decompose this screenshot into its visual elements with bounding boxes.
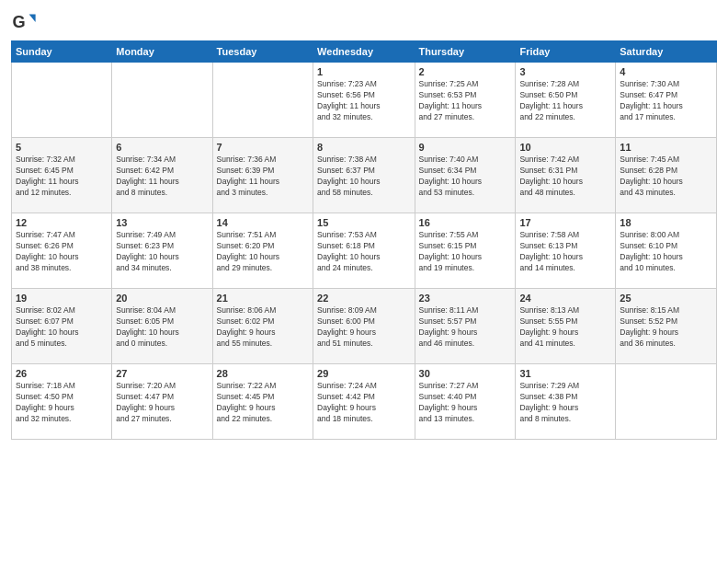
calendar-cell: 5Sunrise: 7:32 AM Sunset: 6:45 PM Daylig… [12,138,112,213]
day-number: 30 [419,368,512,379]
day-info: Sunrise: 8:02 AM Sunset: 6:07 PM Dayligh… [16,305,108,350]
calendar-cell: 14Sunrise: 7:51 AM Sunset: 6:20 PM Dayli… [212,213,313,289]
calendar-table: SundayMondayTuesdayWednesdayThursdayFrid… [11,40,717,440]
calendar-cell [112,63,212,138]
calendar-cell: 6Sunrise: 7:34 AM Sunset: 6:42 PM Daylig… [112,138,212,213]
day-number: 16 [419,217,512,228]
day-info: Sunrise: 7:30 AM Sunset: 6:47 PM Dayligh… [620,79,712,123]
day-number: 14 [217,217,309,228]
calendar-cell: 21Sunrise: 8:06 AM Sunset: 6:02 PM Dayli… [212,289,313,364]
day-number: 13 [116,217,208,228]
day-info: Sunrise: 7:58 AM Sunset: 6:13 PM Dayligh… [519,230,611,274]
day-number: 28 [217,368,309,379]
calendar-header-cell: Wednesday [313,41,415,63]
day-number: 22 [317,293,410,304]
day-info: Sunrise: 7:18 AM Sunset: 4:50 PM Dayligh… [16,381,108,425]
calendar-header-cell: Sunday [12,41,112,63]
day-number: 27 [116,368,208,379]
day-info: Sunrise: 7:22 AM Sunset: 4:45 PM Dayligh… [217,381,309,425]
day-number: 2 [419,66,512,77]
calendar-cell [212,63,313,138]
day-number: 17 [519,217,611,228]
day-number: 15 [317,217,410,228]
day-number: 26 [16,368,108,379]
day-info: Sunrise: 7:42 AM Sunset: 6:31 PM Dayligh… [519,155,611,199]
day-number: 7 [217,142,309,153]
day-number: 21 [217,293,309,304]
day-number: 1 [317,66,410,77]
calendar-cell: 15Sunrise: 7:53 AM Sunset: 6:18 PM Dayli… [313,213,415,289]
day-number: 10 [519,142,611,153]
calendar-cell: 22Sunrise: 8:09 AM Sunset: 6:00 PM Dayli… [313,289,415,364]
day-number: 9 [419,142,512,153]
svg-text:G: G [12,13,25,31]
header: G [11,9,717,35]
day-info: Sunrise: 7:55 AM Sunset: 6:15 PM Dayligh… [419,230,512,274]
calendar-cell: 18Sunrise: 8:00 AM Sunset: 6:10 PM Dayli… [616,213,717,289]
calendar-cell: 31Sunrise: 7:29 AM Sunset: 4:38 PM Dayli… [516,364,616,440]
page-container: G SundayMondayTuesdayWednesdayThursdayFr… [0,0,728,563]
day-info: Sunrise: 8:13 AM Sunset: 5:55 PM Dayligh… [519,305,611,350]
calendar-cell [616,364,717,440]
calendar-cell: 2Sunrise: 7:25 AM Sunset: 6:53 PM Daylig… [415,63,516,138]
calendar-cell: 29Sunrise: 7:24 AM Sunset: 4:42 PM Dayli… [313,364,415,440]
calendar-week-row: 12Sunrise: 7:47 AM Sunset: 6:26 PM Dayli… [12,213,717,289]
day-number: 6 [116,142,208,153]
day-number: 24 [519,293,611,304]
calendar-cell: 11Sunrise: 7:45 AM Sunset: 6:28 PM Dayli… [616,138,717,213]
day-info: Sunrise: 8:00 AM Sunset: 6:10 PM Dayligh… [620,230,712,274]
svg-marker-1 [29,15,36,22]
day-number: 23 [419,293,512,304]
calendar-cell: 26Sunrise: 7:18 AM Sunset: 4:50 PM Dayli… [12,364,112,440]
calendar-cell: 20Sunrise: 8:04 AM Sunset: 6:05 PM Dayli… [112,289,212,364]
day-info: Sunrise: 7:40 AM Sunset: 6:34 PM Dayligh… [419,155,512,199]
day-info: Sunrise: 8:15 AM Sunset: 5:52 PM Dayligh… [620,305,712,350]
logo: G [11,9,40,35]
calendar-cell: 4Sunrise: 7:30 AM Sunset: 6:47 PM Daylig… [616,63,717,138]
calendar-cell: 12Sunrise: 7:47 AM Sunset: 6:26 PM Dayli… [12,213,112,289]
day-info: Sunrise: 7:45 AM Sunset: 6:28 PM Dayligh… [620,155,712,199]
calendar-cell: 24Sunrise: 8:13 AM Sunset: 5:55 PM Dayli… [516,289,616,364]
calendar-cell: 19Sunrise: 8:02 AM Sunset: 6:07 PM Dayli… [12,289,112,364]
day-info: Sunrise: 7:38 AM Sunset: 6:37 PM Dayligh… [317,155,410,199]
calendar-cell: 23Sunrise: 8:11 AM Sunset: 5:57 PM Dayli… [415,289,516,364]
day-info: Sunrise: 7:25 AM Sunset: 6:53 PM Dayligh… [419,79,512,123]
day-info: Sunrise: 7:23 AM Sunset: 6:56 PM Dayligh… [317,79,410,123]
day-number: 31 [519,368,611,379]
calendar-week-row: 26Sunrise: 7:18 AM Sunset: 4:50 PM Dayli… [12,364,717,440]
day-info: Sunrise: 8:11 AM Sunset: 5:57 PM Dayligh… [419,305,512,350]
day-info: Sunrise: 7:51 AM Sunset: 6:20 PM Dayligh… [217,230,309,274]
calendar-cell: 9Sunrise: 7:40 AM Sunset: 6:34 PM Daylig… [415,138,516,213]
calendar-cell: 3Sunrise: 7:28 AM Sunset: 6:50 PM Daylig… [516,63,616,138]
calendar-cell [12,63,112,138]
calendar-cell: 17Sunrise: 7:58 AM Sunset: 6:13 PM Dayli… [516,213,616,289]
day-info: Sunrise: 7:27 AM Sunset: 4:40 PM Dayligh… [419,381,512,425]
calendar-header-cell: Friday [516,41,616,63]
calendar-cell: 25Sunrise: 8:15 AM Sunset: 5:52 PM Dayli… [616,289,717,364]
day-number: 4 [620,66,712,77]
day-info: Sunrise: 7:28 AM Sunset: 6:50 PM Dayligh… [519,79,611,123]
day-info: Sunrise: 8:04 AM Sunset: 6:05 PM Dayligh… [116,305,208,350]
calendar-cell: 10Sunrise: 7:42 AM Sunset: 6:31 PM Dayli… [516,138,616,213]
day-info: Sunrise: 7:32 AM Sunset: 6:45 PM Dayligh… [16,155,108,199]
calendar-header-row: SundayMondayTuesdayWednesdayThursdayFrid… [12,41,717,63]
day-info: Sunrise: 7:24 AM Sunset: 4:42 PM Dayligh… [317,381,410,425]
day-info: Sunrise: 7:49 AM Sunset: 6:23 PM Dayligh… [116,230,208,274]
calendar-cell: 16Sunrise: 7:55 AM Sunset: 6:15 PM Dayli… [415,213,516,289]
calendar-header-cell: Saturday [616,41,717,63]
calendar-cell: 8Sunrise: 7:38 AM Sunset: 6:37 PM Daylig… [313,138,415,213]
day-info: Sunrise: 7:29 AM Sunset: 4:38 PM Dayligh… [519,381,611,425]
calendar-week-row: 19Sunrise: 8:02 AM Sunset: 6:07 PM Dayli… [12,289,717,364]
calendar-cell: 1Sunrise: 7:23 AM Sunset: 6:56 PM Daylig… [313,63,415,138]
calendar-cell: 13Sunrise: 7:49 AM Sunset: 6:23 PM Dayli… [112,213,212,289]
day-number: 19 [16,293,108,304]
day-info: Sunrise: 7:36 AM Sunset: 6:39 PM Dayligh… [217,155,309,199]
calendar-week-row: 5Sunrise: 7:32 AM Sunset: 6:45 PM Daylig… [12,138,717,213]
day-number: 12 [16,217,108,228]
day-info: Sunrise: 8:06 AM Sunset: 6:02 PM Dayligh… [217,305,309,350]
day-info: Sunrise: 7:47 AM Sunset: 6:26 PM Dayligh… [16,230,108,274]
logo-icon: G [11,9,37,35]
calendar-cell: 28Sunrise: 7:22 AM Sunset: 4:45 PM Dayli… [212,364,313,440]
day-info: Sunrise: 8:09 AM Sunset: 6:00 PM Dayligh… [317,305,410,350]
day-number: 29 [317,368,410,379]
